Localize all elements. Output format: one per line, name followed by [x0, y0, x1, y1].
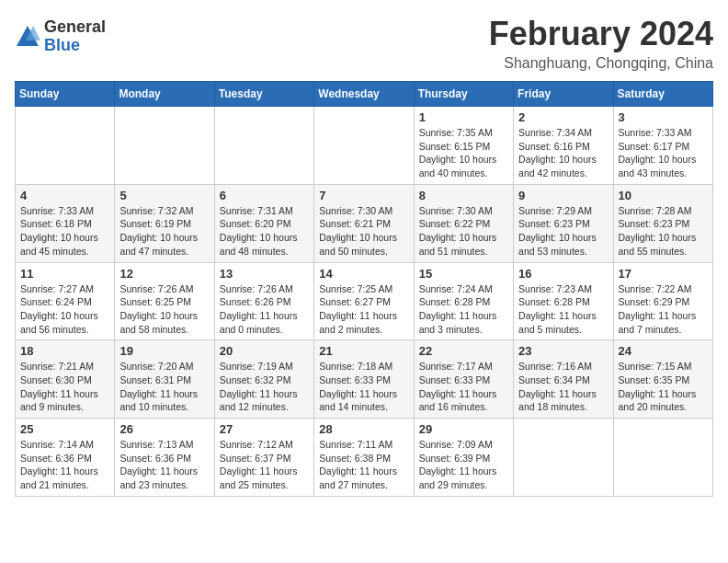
- calendar-cell: [115, 107, 214, 185]
- day-info: Sunrise: 7:20 AM Sunset: 6:31 PM Dayligh…: [119, 360, 209, 414]
- day-number: 10: [619, 189, 708, 202]
- calendar-cell: 8Sunrise: 7:30 AM Sunset: 6:22 PM Daylig…: [414, 184, 513, 262]
- calendar-cell: 15Sunrise: 7:24 AM Sunset: 6:28 PM Dayli…: [414, 262, 513, 340]
- day-number: 9: [518, 189, 608, 202]
- day-info: Sunrise: 7:26 AM Sunset: 6:26 PM Dayligh…: [220, 282, 309, 337]
- day-info: Sunrise: 7:16 AM Sunset: 6:34 PM Dayligh…: [518, 360, 608, 414]
- calendar-cell: 7Sunrise: 7:30 AM Sunset: 6:21 PM Daylig…: [314, 184, 414, 262]
- calendar-cell: 21Sunrise: 7:18 AM Sunset: 6:33 PM Dayli…: [314, 340, 414, 419]
- day-number: 20: [220, 344, 309, 358]
- day-info: Sunrise: 7:22 AM Sunset: 6:29 PM Dayligh…: [619, 282, 708, 337]
- day-number: 2: [518, 110, 608, 124]
- calendar-cell: 2Sunrise: 7:34 AM Sunset: 6:16 PM Daylig…: [514, 107, 613, 185]
- calendar-cell: [514, 419, 613, 497]
- day-info: Sunrise: 7:30 AM Sunset: 6:21 PM Dayligh…: [319, 204, 408, 259]
- day-number: 13: [220, 267, 309, 281]
- day-number: 22: [419, 344, 508, 358]
- day-info: Sunrise: 7:25 AM Sunset: 6:27 PM Dayligh…: [319, 282, 408, 337]
- day-info: Sunrise: 7:32 AM Sunset: 6:19 PM Dayligh…: [119, 204, 209, 259]
- calendar-table: SundayMondayTuesdayWednesdayThursdayFrid…: [15, 81, 713, 497]
- calendar-cell: 29Sunrise: 7:09 AM Sunset: 6:39 PM Dayli…: [414, 419, 513, 497]
- page-container: General Blue February 2024 Shanghuang, C…: [15, 15, 713, 497]
- day-info: Sunrise: 7:35 AM Sunset: 6:15 PM Dayligh…: [419, 126, 508, 180]
- day-info: Sunrise: 7:23 AM Sunset: 6:28 PM Dayligh…: [518, 282, 608, 337]
- day-number: 12: [119, 267, 209, 281]
- day-info: Sunrise: 7:14 AM Sunset: 6:36 PM Dayligh…: [20, 438, 109, 492]
- day-info: Sunrise: 7:13 AM Sunset: 6:36 PM Dayligh…: [119, 438, 209, 492]
- week-row-0: 1Sunrise: 7:35 AM Sunset: 6:15 PM Daylig…: [16, 107, 713, 185]
- calendar-cell: 23Sunrise: 7:16 AM Sunset: 6:34 PM Dayli…: [514, 340, 613, 419]
- day-number: 25: [20, 422, 109, 436]
- calendar-cell: 22Sunrise: 7:17 AM Sunset: 6:33 PM Dayli…: [414, 340, 513, 419]
- calendar-cell: 28Sunrise: 7:11 AM Sunset: 6:38 PM Dayli…: [314, 419, 414, 497]
- calendar-cell: 20Sunrise: 7:19 AM Sunset: 6:32 PM Dayli…: [214, 340, 313, 419]
- calendar-cell: 9Sunrise: 7:29 AM Sunset: 6:23 PM Daylig…: [514, 184, 613, 262]
- day-info: Sunrise: 7:26 AM Sunset: 6:25 PM Dayligh…: [119, 282, 209, 337]
- calendar-cell: 24Sunrise: 7:15 AM Sunset: 6:35 PM Dayli…: [613, 340, 712, 419]
- weekday-header-saturday: Saturday: [613, 82, 712, 107]
- day-number: 29: [419, 422, 508, 436]
- day-info: Sunrise: 7:21 AM Sunset: 6:30 PM Dayligh…: [20, 360, 109, 414]
- day-number: 28: [319, 422, 408, 436]
- day-info: Sunrise: 7:19 AM Sunset: 6:32 PM Dayligh…: [220, 360, 309, 414]
- day-info: Sunrise: 7:24 AM Sunset: 6:28 PM Dayligh…: [419, 282, 508, 337]
- calendar-cell: 12Sunrise: 7:26 AM Sunset: 6:25 PM Dayli…: [115, 262, 214, 340]
- day-info: Sunrise: 7:15 AM Sunset: 6:35 PM Dayligh…: [619, 360, 708, 414]
- weekday-header-tuesday: Tuesday: [214, 82, 313, 107]
- calendar-cell: 18Sunrise: 7:21 AM Sunset: 6:30 PM Dayli…: [16, 340, 115, 419]
- day-number: 15: [419, 267, 508, 281]
- calendar-cell: 16Sunrise: 7:23 AM Sunset: 6:28 PM Dayli…: [514, 262, 613, 340]
- day-info: Sunrise: 7:12 AM Sunset: 6:37 PM Dayligh…: [220, 438, 309, 492]
- day-number: 7: [319, 189, 408, 202]
- logo-general: General: [44, 18, 106, 37]
- calendar-cell: [314, 107, 414, 185]
- calendar-cell: 6Sunrise: 7:31 AM Sunset: 6:20 PM Daylig…: [214, 184, 313, 262]
- day-number: 18: [20, 344, 109, 358]
- day-number: 8: [419, 189, 508, 202]
- weekday-header-sunday: Sunday: [16, 82, 115, 107]
- calendar-cell: 11Sunrise: 7:27 AM Sunset: 6:24 PM Dayli…: [16, 262, 115, 340]
- calendar-cell: 3Sunrise: 7:33 AM Sunset: 6:17 PM Daylig…: [613, 107, 712, 185]
- calendar-cell: [16, 107, 115, 185]
- day-info: Sunrise: 7:27 AM Sunset: 6:24 PM Dayligh…: [20, 282, 109, 337]
- day-number: 4: [20, 189, 109, 202]
- day-info: Sunrise: 7:28 AM Sunset: 6:23 PM Dayligh…: [619, 204, 708, 259]
- header: General Blue February 2024 Shanghuang, C…: [15, 15, 713, 72]
- calendar-cell: 27Sunrise: 7:12 AM Sunset: 6:37 PM Dayli…: [214, 419, 313, 497]
- calendar-cell: 17Sunrise: 7:22 AM Sunset: 6:29 PM Dayli…: [613, 262, 712, 340]
- calendar-cell: 26Sunrise: 7:13 AM Sunset: 6:36 PM Dayli…: [115, 419, 214, 497]
- logo-text: General Blue: [44, 18, 106, 55]
- day-info: Sunrise: 7:17 AM Sunset: 6:33 PM Dayligh…: [419, 360, 508, 414]
- calendar-cell: 5Sunrise: 7:32 AM Sunset: 6:19 PM Daylig…: [115, 184, 214, 262]
- day-number: 21: [319, 344, 408, 358]
- day-number: 19: [119, 344, 209, 358]
- calendar-cell: 19Sunrise: 7:20 AM Sunset: 6:31 PM Dayli…: [115, 340, 214, 419]
- day-number: 16: [518, 267, 608, 281]
- day-number: 23: [518, 344, 608, 358]
- day-number: 14: [319, 267, 408, 281]
- weekday-header-monday: Monday: [115, 82, 214, 107]
- day-number: 6: [220, 189, 309, 202]
- calendar-cell: 4Sunrise: 7:33 AM Sunset: 6:18 PM Daylig…: [16, 184, 115, 262]
- day-number: 17: [619, 267, 708, 281]
- calendar-cell: 13Sunrise: 7:26 AM Sunset: 6:26 PM Dayli…: [214, 262, 313, 340]
- day-number: 11: [20, 267, 109, 281]
- week-row-4: 25Sunrise: 7:14 AM Sunset: 6:36 PM Dayli…: [16, 419, 713, 497]
- calendar-cell: [214, 107, 313, 185]
- weekday-header-thursday: Thursday: [414, 82, 513, 107]
- week-row-1: 4Sunrise: 7:33 AM Sunset: 6:18 PM Daylig…: [16, 184, 713, 262]
- logo-blue: Blue: [44, 37, 106, 55]
- weekday-header-friday: Friday: [514, 82, 613, 107]
- day-number: 27: [220, 422, 309, 436]
- day-number: 5: [119, 189, 209, 202]
- day-info: Sunrise: 7:11 AM Sunset: 6:38 PM Dayligh…: [319, 438, 408, 492]
- weekday-header-row: SundayMondayTuesdayWednesdayThursdayFrid…: [16, 82, 713, 107]
- day-info: Sunrise: 7:18 AM Sunset: 6:33 PM Dayligh…: [319, 360, 408, 414]
- logo-icon: [15, 24, 40, 50]
- day-info: Sunrise: 7:31 AM Sunset: 6:20 PM Dayligh…: [220, 204, 309, 259]
- calendar-cell: 10Sunrise: 7:28 AM Sunset: 6:23 PM Dayli…: [613, 184, 712, 262]
- calendar-cell: [613, 419, 712, 497]
- calendar-cell: 14Sunrise: 7:25 AM Sunset: 6:27 PM Dayli…: [314, 262, 414, 340]
- day-info: Sunrise: 7:09 AM Sunset: 6:39 PM Dayligh…: [419, 438, 508, 492]
- calendar-cell: 25Sunrise: 7:14 AM Sunset: 6:36 PM Dayli…: [16, 419, 115, 497]
